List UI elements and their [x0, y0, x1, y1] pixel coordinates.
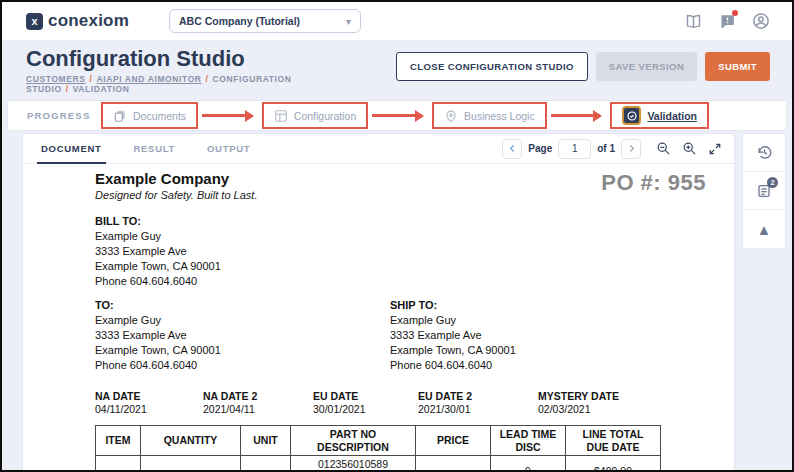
tab-result[interactable]: RESULT — [130, 134, 180, 163]
date-value: 04/11/2021 — [95, 403, 203, 416]
version-history-button[interactable] — [743, 134, 785, 172]
page-title: Configuration Studio — [26, 47, 396, 71]
to-address2: Example Town, CA 90001 — [95, 343, 390, 358]
help-book-button[interactable] — [684, 12, 702, 30]
annotation-arrow — [202, 114, 252, 117]
line-items-table: ITEM QUANTITY UNIT PART NO DESCRIPTION P… — [95, 425, 661, 472]
fullscreen-button[interactable] — [708, 142, 722, 156]
notification-dot — [732, 10, 738, 16]
submit-button[interactable]: SUBMIT — [705, 52, 770, 81]
table-row: 1 1 EA 012356010589 80 Skis 177cm Black … — [96, 456, 661, 472]
side-toolbar: 2 ▲ — [742, 133, 786, 249]
zoom-in-button[interactable] — [682, 141, 697, 156]
date-label: NA DATE 2 — [203, 390, 313, 403]
progress-step-label: Configuration — [294, 110, 356, 122]
cell-unit: EA — [241, 456, 291, 472]
screenshot-frame: x conexiom ABC Company (Tutorial) ▾ Conf… — [0, 0, 794, 472]
save-version-button[interactable]: SAVE VERSION — [596, 52, 697, 81]
tab-output[interactable]: OUTPUT — [203, 134, 254, 163]
progress-bar: PROGRESS Documents Configuration Busines… — [7, 100, 787, 131]
breadcrumb-validation: VALIDATION — [73, 84, 130, 94]
progress-label: PROGRESS — [27, 110, 101, 121]
page-number-input[interactable] — [558, 139, 591, 159]
breadcrumb: CUSTOMERS/AIAPI AND AIMONITOR/CONFIGURAT… — [26, 74, 396, 94]
previous-page-button[interactable] — [502, 139, 522, 159]
date-value: 2021/04/11 — [203, 403, 313, 416]
tab-bar: DOCUMENT RESULT OUTPUT Page of 1 — [23, 134, 734, 164]
business-logic-icon — [444, 109, 458, 123]
validation-icon — [622, 106, 641, 125]
breadcrumb-separator: / — [206, 74, 209, 84]
bill-to-address2: Example Town, CA 90001 — [95, 259, 706, 274]
doc-dates-row: NA DATE 04/11/2021 NA DATE 2 2021/04/11 … — [95, 390, 706, 416]
annotation-arrow — [372, 114, 422, 117]
cell-item: 1 — [96, 456, 141, 472]
tab-document[interactable]: DOCUMENT — [37, 134, 106, 163]
conexiom-logo-text: conexiom — [48, 11, 129, 31]
progress-step-documents[interactable]: Documents — [101, 102, 198, 129]
progress-step-label: Documents — [133, 110, 186, 122]
col-header-unit: UNIT — [241, 426, 291, 456]
progress-step-business-logic[interactable]: Business Logic — [432, 102, 547, 129]
date-field: MYSTERY DATE 02/03/2021 — [538, 390, 619, 416]
doc-po-number: PO #: 955 — [601, 170, 706, 196]
conexiom-logo: x conexiom — [26, 11, 129, 31]
documents-icon — [113, 109, 127, 123]
ship-to-heading: SHIP TO: — [390, 298, 516, 313]
publish-triangle-icon: ▲ — [757, 222, 772, 237]
user-menu-button[interactable] — [752, 12, 770, 30]
progress-step-configuration[interactable]: Configuration — [262, 102, 368, 129]
col-header-line-total-due-date: LINE TOTAL DUE DATE — [566, 426, 661, 456]
history-icon — [756, 144, 773, 161]
top-bar: x conexiom ABC Company (Tutorial) ▾ — [2, 2, 792, 40]
breadcrumb-separator: / — [66, 84, 69, 94]
page-header: Configuration Studio CUSTOMERS/AIAPI AND… — [2, 40, 792, 98]
cell-lead-time-disc: 9 10% — [491, 456, 566, 472]
date-label: MYSTERY DATE — [538, 390, 619, 403]
cell-price: $ 499.99 — [416, 456, 491, 472]
chevron-right-icon — [627, 144, 636, 153]
configuration-icon — [274, 109, 288, 123]
cell-part-no-description: 012356010589 80 Skis 177cm Black color — [291, 456, 416, 472]
ship-to-address1: 3333 Example Ave — [390, 328, 516, 343]
company-dropdown[interactable]: ABC Company (Tutorial) ▾ — [169, 9, 361, 33]
progress-step-validation[interactable]: Validation — [610, 102, 709, 129]
page-navigator: Page of 1 — [502, 139, 722, 159]
col-header-item: ITEM — [96, 426, 141, 456]
date-label: EU DATE — [313, 390, 418, 403]
publish-button[interactable]: ▲ — [743, 210, 785, 248]
cell-quantity: 1 — [141, 456, 241, 472]
ship-to-address2: Example Town, CA 90001 — [390, 343, 516, 358]
breadcrumb-aiapi-and-aimonitor[interactable]: AIAPI AND AIMONITOR — [97, 74, 202, 84]
document-panel: DOCUMENT RESULT OUTPUT Page of 1 — [22, 133, 735, 472]
breadcrumb-customers[interactable]: CUSTOMERS — [26, 74, 86, 84]
annotation-arrow — [551, 114, 601, 117]
conexiom-logo-icon: x — [26, 13, 43, 30]
document-preview: Example Company Designed for Safety. Bui… — [23, 164, 734, 472]
date-field: NA DATE 2 2021/04/11 — [203, 390, 313, 416]
chevron-left-icon — [508, 144, 517, 153]
ship-to-name: Example Guy — [390, 313, 516, 328]
progress-step-label: Business Logic — [464, 110, 535, 122]
date-value: 30/01/2021 — [313, 403, 418, 416]
bill-to-address1: 3333 Example Ave — [95, 244, 706, 259]
date-label: NA DATE — [95, 390, 203, 403]
zoom-out-button[interactable] — [656, 141, 671, 156]
expand-icon — [708, 142, 722, 156]
bill-to-phone: Phone 604.604.6040 — [95, 274, 706, 289]
feedback-button[interactable] — [718, 12, 736, 30]
notes-count-badge: 2 — [767, 177, 778, 188]
book-icon — [685, 13, 702, 30]
company-dropdown-value: ABC Company (Tutorial) — [179, 15, 346, 27]
date-field: EU DATE 30/01/2021 — [313, 390, 418, 416]
to-name: Example Guy — [95, 313, 390, 328]
to-heading: TO: — [95, 298, 390, 313]
bill-to-name: Example Guy — [95, 229, 706, 244]
zoom-out-icon — [656, 141, 671, 156]
doc-bill-to-block: BILL TO: Example Guy 3333 Example Ave Ex… — [95, 214, 706, 289]
notes-button[interactable]: 2 — [743, 172, 785, 210]
col-header-lead-time-disc: LEAD TIME DISC — [491, 426, 566, 456]
next-page-button[interactable] — [621, 139, 641, 159]
ship-to-phone: Phone 604.604.6040 — [390, 358, 516, 373]
close-configuration-studio-button[interactable]: CLOSE CONFIGURATION STUDIO — [396, 52, 588, 81]
